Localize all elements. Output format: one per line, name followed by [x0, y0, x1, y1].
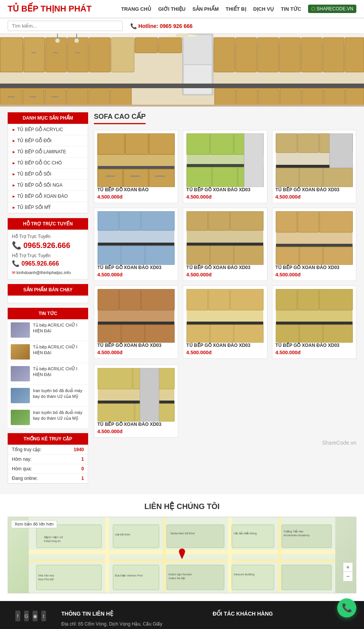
svg-text:chợ Mỹ Đình: chợ Mỹ Đình — [115, 533, 130, 536]
phone-icon-2: 📞 — [12, 260, 20, 267]
news-title-2: Tủ bếp ACRILIC CHỮ I HIỆN ĐẠI — [33, 344, 85, 360]
svg-rect-40 — [8, 96, 15, 97]
product-card-8[interactable]: TỦ BẾP GỖ XOAN ĐÀO XD03 4.500.000đ — [183, 286, 267, 359]
bestseller-content — [8, 296, 88, 303]
product-card-4[interactable]: TỦ BẾP GỖ XOAN ĐÀO XD03 4.500.000đ — [94, 208, 178, 281]
svg-rect-14 — [184, 65, 212, 94]
svg-rect-44 — [176, 34, 188, 37]
support-phone-1[interactable]: 📞 0965.926.666 — [12, 241, 84, 250]
product-name-2: TỦ BẾP GỖ XOAN ĐÀO XD03 — [186, 187, 264, 192]
svg-rect-138 — [228, 517, 232, 593]
news-item-2[interactable]: Tủ bếp ACRILIC CHỮ I HIỆN ĐẠI — [8, 341, 88, 363]
stats-val-online: 1 — [81, 476, 84, 481]
cat-soi-my[interactable]: TỦ BẾP SỒI MỸ — [8, 202, 88, 213]
svg-rect-66 — [212, 167, 237, 187]
svg-rect-136 — [105, 517, 109, 593]
call-button-icon: 📞 — [342, 603, 352, 613]
svg-rect-20 — [323, 38, 344, 72]
map-zoom-in[interactable]: + — [343, 563, 353, 572]
svg-rect-114 — [187, 322, 263, 325]
news-thumb-2 — [11, 344, 30, 360]
cat-oc-cho[interactable]: TỦ BẾP GỖ ÓC CHÓ — [8, 158, 88, 169]
product-card-3[interactable]: TỦ BẾP GỖ XOAN ĐÀO XD03 4.500.000đ — [272, 130, 356, 203]
map-expand-button[interactable]: Xem bản đồ lớn hơn — [11, 520, 57, 528]
cat-xoan-dao[interactable]: TỦ BẾP GỖ XOAN ĐÀO — [8, 191, 88, 202]
product-card-2[interactable]: TỦ BẾP GỖ XOAN ĐÀO XD03 4.500.000đ — [183, 130, 267, 203]
hero-banner — [0, 34, 364, 107]
social-instagram[interactable]: ◉ — [33, 611, 38, 621]
svg-rect-21 — [345, 38, 364, 72]
svg-rect-74 — [276, 168, 299, 187]
map-container: Bệnh Viện 19 8 Bộ Công An chợ Mỹ Đình Me… — [8, 517, 356, 593]
news-thumb-5 — [11, 410, 30, 425]
svg-rect-29 — [215, 88, 236, 107]
product-price-1: 4.500.000đ — [97, 194, 175, 200]
nav-tin-tuc[interactable]: TIN TỨC — [281, 6, 301, 12]
svg-rect-104 — [120, 289, 141, 310]
call-button[interactable]: 📞 — [337, 598, 356, 618]
svg-point-46 — [55, 38, 60, 43]
product-card-7[interactable]: TỦ BẾP GỖ XOAN ĐÀO XD03 4.500.000đ — [94, 286, 178, 359]
news-item-3[interactable]: Tủ bếp ACRILIC CHỮ I HIỆN ĐẠI — [8, 363, 88, 385]
news-item-5[interactable]: Iran tuyên bố đã đuổi máy bay do thám U2… — [8, 407, 88, 429]
cat-acrylic[interactable]: TỦ BẾP GỖ ACRYLIC — [8, 124, 88, 135]
product-image-1 — [97, 133, 175, 187]
support-phone-2[interactable]: 📞 0965.926.666 — [12, 260, 84, 267]
svg-rect-108 — [121, 325, 144, 343]
svg-rect-26 — [67, 88, 88, 107]
svg-rect-117 — [234, 325, 263, 343]
footer-top: f G ◉ t THÔNG TIN LIÊN HỆ Địa chỉ: 65 Cố… — [15, 611, 349, 629]
map-zoom-out[interactable]: − — [343, 572, 353, 581]
social-twitter[interactable]: t — [41, 611, 46, 621]
product-name-8: TỦ BẾP GỖ XOAN ĐÀO XD03 — [186, 343, 264, 348]
cat-doi[interactable]: TỦ BẾP GỖ ĐỒI — [8, 135, 88, 146]
stats-val-total: 1940 — [74, 447, 84, 452]
svg-rect-59 — [155, 176, 165, 177]
svg-rect-58 — [130, 176, 140, 177]
svg-rect-91 — [187, 246, 210, 265]
support-email[interactable]: ✉ kinhdoanh@thinhphatjsc.info — [12, 270, 84, 275]
stats-row-yesterday: Hôm qua: 0 — [8, 464, 88, 474]
svg-rect-55 — [123, 169, 148, 187]
footer-address-value: 65 Cốm Vòng, Dịch Vọng Hậu, Cầu Giấy — [78, 621, 162, 627]
bestseller-section: SẢN PHẨM BÁN CHẠY — [8, 284, 88, 303]
nav-trang-chu[interactable]: TRANG CHỦ — [121, 6, 151, 12]
svg-rect-31 — [258, 88, 279, 107]
stats-label-yesterday: Hôm qua: — [12, 466, 32, 471]
news-item-1[interactable]: Tủ bếp ACRILIC CHỮ I HIỆN ĐẠI — [8, 319, 88, 341]
footer-social-col: f G ◉ t — [15, 611, 46, 629]
search-bar: Hotline: 0965 926 666 — [0, 18, 364, 34]
cat-soi[interactable]: TỦ BẾP GỖ SỒI — [8, 169, 88, 180]
stats-val-yesterday: 0 — [81, 466, 84, 471]
svg-rect-76 — [323, 168, 353, 187]
svg-rect-109 — [145, 325, 174, 343]
nav-gioi-thieu[interactable]: GIỚI THIỆU — [158, 6, 185, 12]
product-image-6 — [275, 211, 353, 265]
categories-list: TỦ BẾP GỖ ACRYLIC TỦ BẾP GỖ ĐỒI TỦ BẾP G… — [8, 124, 88, 213]
product-image-5 — [186, 211, 264, 265]
svg-rect-143 — [232, 525, 274, 548]
social-facebook[interactable]: f — [15, 611, 20, 621]
categories-title: DANH MỤC SẢN PHẨM — [8, 112, 88, 124]
cat-laminate[interactable]: TỦ BẾP GỖ LAMINATE — [8, 146, 88, 158]
product-card-5[interactable]: TỦ BẾP GỖ XOAN ĐÀO XD03 4.500.000đ — [183, 208, 267, 281]
svg-rect-61 — [187, 133, 210, 154]
product-card-9[interactable]: TỦ BẾP GỖ XOAN ĐÀO XD03 4.500.000đ — [272, 286, 356, 359]
nav-thiet-bi[interactable]: THIẾT BỊ — [226, 6, 246, 12]
product-card-6[interactable]: TỦ BẾP GỖ XOAN ĐÀO XD03 4.500.000đ — [272, 208, 356, 281]
news-item-4[interactable]: Iran tuyên bố đã đuổi máy bay do thám U2… — [8, 385, 88, 407]
svg-rect-36 — [0, 105, 364, 107]
social-google[interactable]: G — [24, 611, 29, 621]
svg-rect-19 — [301, 38, 322, 72]
search-input[interactable] — [8, 21, 123, 31]
product-card-10[interactable]: TỦ BẾP GỖ XOAN ĐÀO XD03 4.500.000đ — [94, 365, 178, 438]
news-title-5: Iran tuyên bố đã đuổi máy bay do thám U2… — [33, 410, 85, 425]
svg-rect-71 — [298, 133, 319, 153]
sharecode-badge: ⬡ SHARECODE.VN — [308, 5, 356, 13]
product-card-1[interactable]: TỦ BẾP GỖ XOAN ĐÀO 4.500.000đ — [94, 130, 178, 203]
svg-text:Intracom Building: Intracom Building — [234, 573, 254, 576]
news-title-4: Iran tuyên bố đã đuổi máy bay do thám U2… — [33, 388, 85, 403]
nav-dich-vu[interactable]: DỊCH VỤ — [253, 6, 274, 12]
nav-san-pham[interactable]: SẢN PHẨM — [192, 6, 219, 12]
cat-soi-nga[interactable]: TỦ BẾP GỖ SỒI NGA — [8, 180, 88, 191]
